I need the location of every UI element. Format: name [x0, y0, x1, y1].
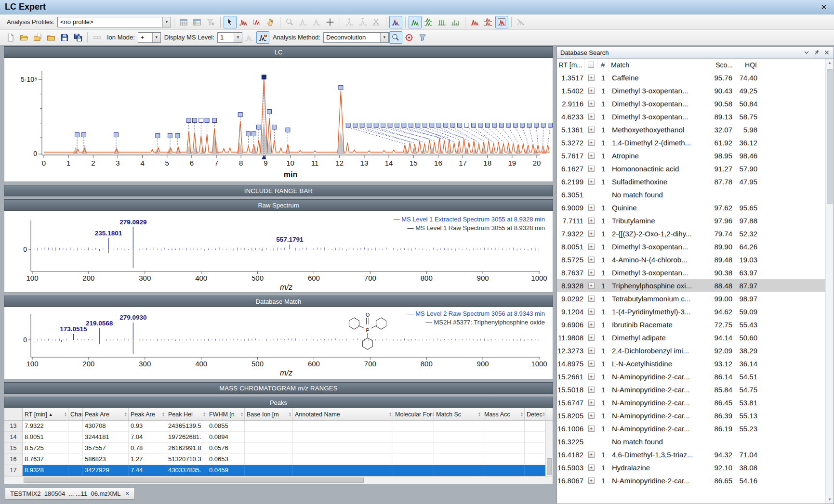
close-panel-icon[interactable] [823, 49, 830, 56]
peaks-column-header[interactable]: Base Ion [m▲▼ [245, 408, 293, 420]
database-search-row[interactable]: 7.7111+1Tributylamine97.9697.88 [557, 214, 825, 227]
peaks-column-header[interactable]: FWHM [n▲▼ [207, 408, 245, 420]
scroll-thumb[interactable] [827, 69, 833, 204]
open-file-icon[interactable] [17, 31, 30, 44]
peaks-table-row[interactable]: 148.005132441817.04197262681.0.0894 [4, 432, 553, 443]
show-tic-trace-icon[interactable] [409, 16, 422, 28]
expand-row-icon[interactable]: + [588, 257, 595, 263]
database-search-row[interactable]: 11.9808+1Dimethyl adipate94.1450.60 [557, 331, 825, 344]
expand-row-icon[interactable]: + [588, 465, 595, 471]
peaks-table-row[interactable]: 137.93224307080.9324365139.50.0855 [4, 421, 553, 432]
database-search-row[interactable]: 9.0292+1Tetrabutylammonium c...99.0098.9… [557, 292, 825, 305]
column-sort-spinner-icon[interactable]: ▲▼ [162, 412, 166, 417]
expand-row-icon[interactable]: + [588, 283, 595, 289]
database-search-row[interactable]: 16.4182+14,6-Dimethyl-1,3,5-triaz...94.3… [557, 448, 825, 461]
database-search-column-header[interactable] [585, 59, 597, 71]
scroll-up-arrow-icon[interactable]: ▲ [826, 59, 834, 67]
peaks-table-row[interactable]: 168.76375868231.2751320710.30.0653 [4, 454, 553, 465]
analysis-method-combo[interactable]: Deconvolution▼ [323, 32, 389, 43]
show-red-stacked-icon[interactable] [482, 16, 495, 28]
expand-row-icon[interactable]: + [588, 322, 595, 328]
database-search-row[interactable]: 6.1627+1Homononactinic acid91.2757.90 [557, 162, 825, 175]
target-icon[interactable] [403, 31, 416, 44]
zoom-tool-icon[interactable] [283, 16, 296, 28]
crosshair-tool-icon[interactable] [324, 16, 337, 28]
show-red-trace-icon[interactable] [468, 16, 481, 28]
database-search-column-header[interactable]: Match [609, 59, 708, 71]
overlay-traces-icon[interactable] [389, 16, 402, 28]
database-search-row[interactable]: 8.0051+1Dimethyl 3-oxopentan...89.9064.2… [557, 240, 825, 253]
browse-folder-icon[interactable] [44, 31, 57, 44]
new-file-icon[interactable] [4, 31, 17, 44]
database-search-row[interactable]: 12.3273+12,4-Dichlorobenzyl imi...92.093… [557, 344, 825, 357]
hide-annotations-icon[interactable] [515, 16, 528, 28]
dropdown-arrow-icon[interactable]: ▼ [234, 33, 242, 42]
database-search-row[interactable]: 1.3517+1Caffeine95.7674.40 [557, 71, 825, 84]
database-search-icon[interactable] [389, 31, 402, 44]
pan-tool-icon[interactable] [264, 16, 277, 28]
database-search-column-header[interactable]: HQI [735, 59, 759, 71]
expand-row-icon[interactable]: + [588, 335, 595, 341]
expand-all-icon[interactable] [588, 62, 594, 68]
peaks-column-header[interactable]: RT [min]▲▲▼ [23, 408, 68, 420]
expand-row-icon[interactable]: + [588, 309, 595, 315]
peaks-horizontal-scrollbar[interactable] [4, 476, 553, 484]
column-sort-spinner-icon[interactable]: ▲▼ [289, 412, 292, 417]
peaks-column-header[interactable]: Match Sc▲▼ [434, 408, 482, 420]
expand-row-icon[interactable]: + [588, 296, 595, 302]
database-search-row[interactable]: 1.5402+1Dimethyl 3-oxopentan...90.4349.2… [557, 84, 825, 97]
expand-row-icon[interactable]: + [588, 166, 595, 172]
database-search-row[interactable]: 16.1006+1N-Aminopyridine-2-car...86.1955… [557, 422, 825, 435]
add-peak-icon[interactable] [343, 16, 356, 28]
ion-mode-combo[interactable]: +▼ [138, 32, 161, 43]
expand-row-icon[interactable]: + [588, 231, 595, 237]
database-search-row[interactable]: 16.8067+1N-Aminopyridine-2-car...86.6554… [557, 474, 825, 487]
expand-row-icon[interactable]: + [588, 452, 595, 458]
database-search-row[interactable]: 14.8975+1L-N-Acetylhistidine93.1236.14 [557, 357, 825, 370]
peaks-column-header[interactable]: Mass Acc▲▼ [482, 408, 525, 420]
peaks-column-header[interactable]: Char▲▼ [68, 408, 83, 420]
expand-row-icon[interactable]: + [588, 478, 595, 484]
column-sort-spinner-icon[interactable]: ▲▼ [124, 412, 128, 417]
expand-row-icon[interactable]: + [588, 114, 595, 120]
peaks-column-header[interactable]: Peak Hei▲▼ [166, 408, 207, 420]
database-search-row[interactable]: 4.6233+1Dimethyl 3-oxopentan...89.1358.7… [557, 110, 825, 123]
database-search-row[interactable]: 2.9116+1Dimethyl 3-oxopentan...90.5850.8… [557, 97, 825, 110]
database-search-row[interactable]: 9.1204+11-(4-Pyridinylmethyl)-3...94.625… [557, 305, 825, 318]
expand-row-icon[interactable]: + [588, 88, 595, 94]
database-search-row[interactable]: 15.5018+1N-Aminopyridine-2-car...85.8454… [557, 383, 825, 396]
column-sort-spinner-icon[interactable]: ▲▼ [389, 412, 393, 417]
show-stacked-traces-icon[interactable] [422, 16, 435, 28]
database-search-column-header[interactable]: RT [m... [557, 59, 585, 71]
database-search-row[interactable]: 8.9328+1Triphenylphosphine oxi...88.4887… [557, 279, 825, 292]
column-sort-spinner-icon[interactable]: ▲▼ [240, 412, 244, 417]
save-all-icon[interactable] [71, 31, 84, 44]
split-peak-icon[interactable] [370, 16, 383, 28]
copy-spectrum-icon[interactable] [243, 31, 256, 44]
expand-row-icon[interactable]: + [588, 101, 595, 107]
scroll-down-arrow-icon[interactable]: ▼ [826, 495, 834, 504]
peaks-vertical-scrollbar[interactable] [545, 421, 553, 476]
expand-row-icon[interactable]: + [588, 348, 595, 354]
expand-row-icon[interactable]: + [588, 127, 595, 133]
pivot-table-icon[interactable] [191, 16, 204, 28]
peaks-column-header[interactable]: Peak Are▲▼ [129, 408, 166, 420]
peak-trace-tool-icon[interactable] [237, 16, 250, 28]
expand-row-icon[interactable]: + [588, 413, 595, 419]
horizontal-scroll-thumb[interactable] [24, 478, 364, 483]
expand-row-icon[interactable]: + [588, 153, 595, 159]
peaks-column-header[interactable]: Peak Are▲▼ [83, 408, 129, 420]
column-sort-spinner-icon[interactable]: ▲▼ [203, 412, 207, 417]
clear-filter-icon[interactable] [204, 16, 217, 28]
database-search-row[interactable]: 5.3272+11,4-Dimethyl 2-(dimeth...61.9236… [557, 136, 825, 149]
database-search-column-header[interactable]: Sco... [708, 59, 735, 71]
expand-row-icon[interactable]: + [588, 244, 595, 250]
include-range-bar[interactable]: INCLUDE RANGE BAR [4, 185, 553, 196]
peak-end-tool-icon[interactable] [310, 16, 323, 28]
display-ms-level-combo[interactable]: 1▼ [217, 32, 242, 43]
column-sort-spinner-icon[interactable]: ▲▼ [543, 412, 545, 417]
database-match-plot[interactable]: 173.0515219.0568279.09300100200300400500… [4, 307, 553, 379]
expand-row-icon[interactable]: + [588, 387, 595, 393]
expand-row-icon[interactable]: + [588, 205, 595, 211]
database-search-row[interactable]: 7.9322+12-{[(3Z)-2-Oxo-1,2-dihy...79.745… [557, 227, 825, 240]
